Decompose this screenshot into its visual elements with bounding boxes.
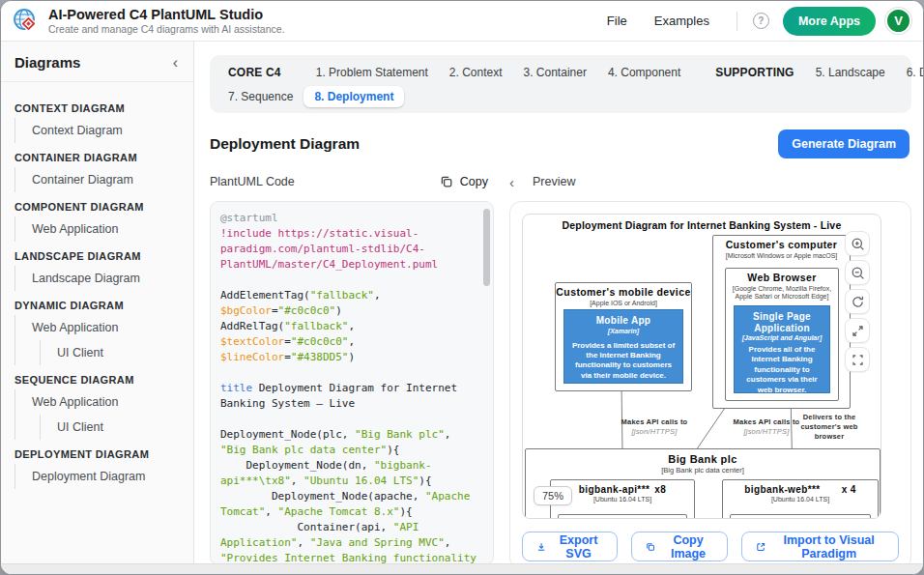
copy-code-button[interactable]: Copy (440, 175, 494, 188)
sidebar-item-landscape-diagram[interactable]: Landscape Diagram (14, 266, 193, 291)
avatar[interactable]: V (885, 8, 911, 34)
more-apps-button[interactable]: More Apps (783, 7, 876, 36)
container-spa-desc: Provides all of the Internet Banking fun… (739, 345, 824, 395)
preview-panel-label: Preview (533, 175, 575, 188)
tab-4-component[interactable]: 4. Component (597, 62, 691, 83)
code-line: paradigm.com/plantuml-stdlib/C4- (220, 242, 479, 257)
code-line: Application", "Java and Spring MVC", (220, 535, 479, 551)
copy-image-button[interactable]: Copy Image (631, 532, 728, 561)
tabs-row2: 7. Sequence8. Deployment (217, 84, 904, 108)
sidebar-title: Diagrams (14, 54, 80, 71)
copy-image-label: Copy Image (663, 533, 713, 561)
sidebar-item-web-application[interactable]: Web Application (14, 389, 193, 415)
node-big-bank-name: Big Bank plc (526, 453, 880, 465)
help-icon[interactable]: ? (753, 13, 769, 29)
code-editor[interactable]: @startuml!include https://static.visual-… (210, 201, 494, 563)
code-line: Deployment_Node(apache, "Apache (220, 489, 479, 504)
node-apache-tomcat-api: Apache Tomcat (558, 514, 687, 519)
main-content: CORE C41. Problem Statement2. Context3. … (194, 42, 923, 563)
sidebar-item-ui-client[interactable]: UI Client (40, 340, 193, 365)
import-to-visual-paradigm-label: Import to Visual Paradigm (773, 533, 884, 561)
zoom-in-button[interactable] (845, 231, 870, 256)
copy-label: Copy (460, 175, 488, 188)
tab-3-container[interactable]: 3. Container (513, 62, 597, 83)
code-line: $textColor="#c0c0c0", (220, 334, 479, 350)
code-line: "Provides Internet Banking functionality (220, 551, 479, 563)
diagram-canvas[interactable]: Deployment Diagram for Internet Banking … (522, 214, 881, 519)
tab-1-problem-statement[interactable]: 1. Problem Statement (305, 62, 439, 83)
code-line: Deployment_Node(dn, "bigbank- (220, 458, 479, 474)
node-mobile-device-name: Customer's mobile device (556, 287, 691, 299)
code-scrollbar[interactable] (483, 209, 490, 286)
edge-label-3-text: Delivers to the customer's web browser (799, 413, 859, 441)
tab-6-dynamic[interactable]: 6. Dynamic (896, 62, 923, 83)
fit-view-icon (851, 353, 865, 367)
reset-view-button[interactable] (845, 289, 870, 314)
sidebar-item-deployment-diagram[interactable]: Deployment Diagram (14, 464, 193, 489)
sidebar: Diagrams ‹ CONTEXT DIAGRAMContext Diagra… (1, 42, 194, 563)
node-mobile-device-tech: [Apple IOS or Android] (556, 300, 691, 308)
tab-5-landscape[interactable]: 5. Landscape (805, 62, 896, 83)
export-svg-button[interactable]: Export SVG (522, 532, 618, 561)
code-lines: @startuml!include https://static.visual-… (220, 211, 479, 563)
sidebar-collapse-icon[interactable]: ‹ (173, 55, 178, 71)
expand-button[interactable] (845, 318, 870, 343)
sidebar-section-sequence-diagram: SEQUENCE DIAGRAM (1, 365, 193, 389)
tabs-row1: CORE C41. Problem Statement2. Context3. … (217, 60, 904, 84)
edge-label-1-text: Makes API calls to (616, 417, 693, 427)
sidebar-section-deployment-diagram: DEPLOYMENT DIAGRAM (1, 440, 193, 464)
sidebar-item-context-diagram[interactable]: Context Diagram (14, 118, 193, 143)
app-window: AI-Powered C4 PlantUML Studio Create and… (0, 0, 924, 575)
node-bigbank-web-name: bigbank-web*** (744, 484, 820, 495)
container-spa-name: Single Page Application (739, 311, 824, 333)
sidebar-section-component-diagram: COMPONENT DIAGRAM (1, 192, 193, 216)
code-line: Banking System — Live (220, 396, 479, 412)
fit-view-button[interactable] (845, 347, 870, 372)
edge-label-2-text: Makes API calls to (728, 417, 805, 427)
sidebar-item-container-diagram[interactable]: Container Diagram (14, 167, 193, 192)
menu-examples[interactable]: Examples (654, 14, 709, 28)
import-to-visual-paradigm-button[interactable]: Import to Visual Paradigm (741, 532, 899, 561)
tab-supporting: SUPPORTING (705, 62, 804, 83)
edge-label-1: Makes API calls to [json/HTTPS] (616, 417, 693, 437)
sidebar-item-web-application[interactable]: Web Application (14, 315, 193, 340)
code-line: AddRelTag("fallback", (220, 319, 479, 334)
zoom-out-icon (851, 266, 865, 280)
zoom-out-button[interactable] (845, 260, 870, 285)
page-title: Deployment Diagram (210, 135, 360, 153)
node-customers-computer: Customer's computer [Microsoft Windows o… (712, 235, 851, 409)
node-bigbank-api-count: x8 (654, 484, 666, 495)
code-line: Deployment_Node(plc, "Big Bank plc", (220, 427, 479, 443)
menu-file[interactable]: File (607, 14, 627, 28)
code-line: Container(api, "API (220, 520, 479, 535)
tab-2-context[interactable]: 2. Context (439, 62, 513, 83)
sidebar-item-web-application[interactable]: Web Application (14, 216, 193, 242)
copy-image-icon (646, 540, 655, 554)
header-divider (736, 12, 737, 31)
download-icon (536, 540, 546, 554)
app-logo-icon (13, 8, 39, 34)
preview-back-icon[interactable]: ‹ (509, 175, 514, 189)
zoom-level-badge: 75% (534, 486, 572, 505)
generate-diagram-button[interactable]: Generate Diagram (778, 129, 910, 158)
sidebar-sections: CONTEXT DIAGRAMContext DiagramCONTAINER … (1, 82, 193, 489)
window-bottom-strip (1, 563, 923, 574)
node-web-browser-name: Web Browser (726, 273, 838, 284)
code-line (220, 273, 479, 288)
copy-icon (440, 175, 453, 188)
zoom-controls (845, 231, 870, 372)
code-line: title Deployment Diagram for Internet (220, 381, 479, 396)
container-mobile-app-desc: Provides a limited subset of the Interne… (569, 341, 678, 382)
edge-label-2-tech: [json/HTTPS] (728, 427, 805, 437)
node-apache-tomcat-api-name: Apache Tomcat (559, 517, 686, 519)
node-apache-tomcat-web: Apache Tomcat (730, 514, 871, 519)
sidebar-section-container-diagram: CONTAINER DIAGRAM (1, 143, 193, 167)
app-header: AI-Powered C4 PlantUML Studio Create and… (1, 1, 923, 42)
tab-7-sequence[interactable]: 7. Sequence (217, 86, 303, 107)
code-line (220, 412, 479, 427)
zoom-in-icon (851, 237, 865, 251)
container-spa: Single Page Application [JavaScript and … (734, 305, 830, 393)
tab-8-deployment[interactable]: 8. Deployment (303, 86, 404, 107)
sidebar-item-ui-client[interactable]: UI Client (40, 415, 193, 440)
container-mobile-app: Mobile App [Xamarin] Provides a limited … (563, 309, 683, 384)
